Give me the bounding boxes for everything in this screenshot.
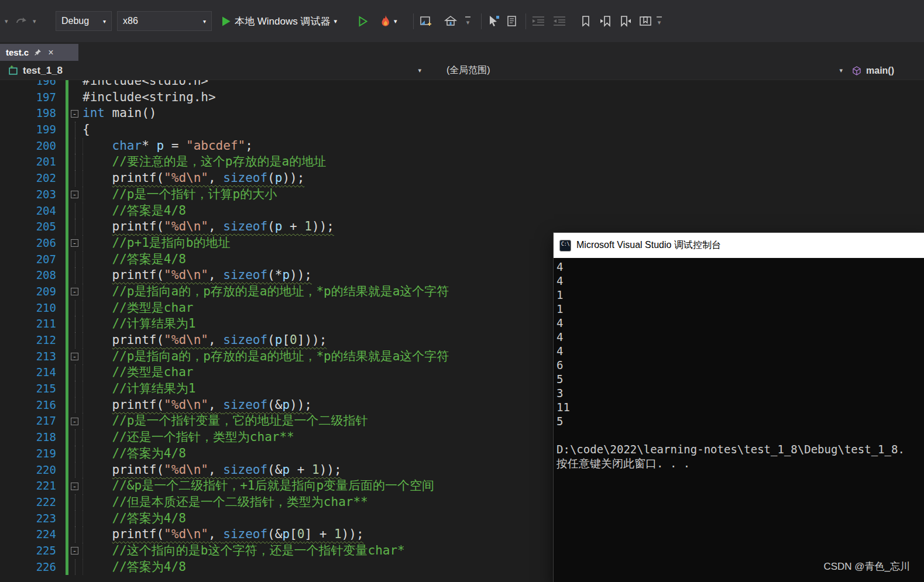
outline-margin[interactable]: - (68, 105, 83, 122)
code-text[interactable]: //类型是char (83, 364, 193, 381)
code-text[interactable]: { (83, 122, 90, 138)
code-text[interactable]: //p+1是指向b的地址 (83, 235, 230, 252)
code-text[interactable]: //计算结果为1 (83, 381, 196, 397)
collapse-minus-icon[interactable]: - (71, 288, 78, 295)
code-text[interactable]: //类型是char (83, 300, 193, 316)
start-without-debugging-button[interactable] (358, 0, 368, 42)
code-text[interactable]: //答案是4/8 (83, 203, 186, 219)
start-debugging-label: 本地 Windows 调试器 (235, 15, 330, 28)
bookmark-overflow-button[interactable]: ▾ (657, 0, 662, 42)
console-title-bar[interactable]: C:\ Microsoft Visual Studio 调试控制台 (554, 233, 924, 258)
collapse-minus-icon[interactable]: - (71, 239, 78, 247)
member-dropdown[interactable]: main() (852, 61, 922, 80)
code-text[interactable]: //p是一个指针变量，它的地址是一个二级指针 (83, 413, 368, 429)
code-line[interactable]: 203- //p是一个指针，计算p的大小 (0, 187, 924, 203)
outline-margin[interactable]: - (68, 349, 83, 365)
find-references-button[interactable] (506, 0, 518, 42)
toolbar-overflow-button[interactable]: ▾ (465, 0, 470, 42)
code-line[interactable]: 204 //答案是4/8 (0, 203, 924, 219)
debug-console-window[interactable]: C:\ Microsoft Visual Studio 调试控制台 441144… (554, 233, 924, 582)
code-text[interactable]: //但是本质还是一个二级指针，类型为char** (83, 494, 368, 511)
token: char (112, 139, 142, 153)
collapse-minus-icon[interactable]: - (71, 418, 78, 425)
next-bookmark-button[interactable] (619, 0, 632, 42)
go-to-definition-button[interactable] (487, 0, 500, 42)
performance-profiler-button[interactable]: ▾ (380, 0, 397, 42)
line-number: 198 (0, 105, 66, 122)
code-text[interactable]: #include<string.h> (83, 89, 216, 106)
project-dropdown[interactable]: test_1_8 ▾ (8, 61, 427, 80)
tab-test-c[interactable]: test.c × (0, 44, 78, 61)
code-line[interactable]: 199{ (0, 122, 924, 138)
decrease-indent-button[interactable] (531, 0, 545, 42)
code-text[interactable]: #include<stdio.h> (83, 80, 208, 89)
outline-margin[interactable]: - (68, 478, 83, 494)
token: //这个指向的是b这个字符，还是一个指针变量char* (112, 543, 405, 557)
token (83, 430, 112, 444)
solution-configurations-select[interactable]: Debug ▾ (56, 11, 112, 31)
token (83, 543, 112, 557)
code-text[interactable]: int main() (83, 105, 156, 122)
console-line: 5 (557, 372, 924, 386)
code-text[interactable]: printf("%d\n", sizeof(p + 1)); (83, 219, 334, 235)
collapse-minus-icon[interactable]: - (71, 353, 78, 360)
code-text[interactable]: //p是指向a的，p存放的是a的地址，*p的结果就是a这个字符 (83, 284, 449, 300)
redo-dropdown-chevron[interactable]: ▾ (33, 0, 36, 42)
code-line[interactable]: 198-int main() (0, 105, 924, 122)
code-text[interactable]: //答案为4/8 (83, 446, 186, 462)
undo-dropdown-chevron[interactable]: ▾ (5, 0, 8, 42)
add-item-button[interactable] (419, 0, 433, 42)
token: ] + (304, 527, 334, 541)
pin-icon[interactable] (34, 49, 42, 56)
code-text[interactable]: printf("%d\n", sizeof(p[0])); (83, 332, 327, 349)
navigation-bar: test_1_8 ▾ (全局范围) ▾ main() (0, 61, 924, 80)
previous-bookmark-button[interactable] (599, 0, 612, 42)
bookmarks-window-button[interactable] (639, 0, 652, 42)
collapse-minus-icon[interactable]: - (71, 483, 78, 490)
outline-margin (68, 511, 83, 527)
collapse-minus-icon[interactable]: - (71, 547, 78, 555)
collapse-minus-icon[interactable]: - (71, 110, 78, 118)
code-text[interactable]: //p是指向a的，p存放的是a的地址，*p的结果就是a这个字符 (83, 349, 449, 365)
token (83, 236, 112, 250)
code-line[interactable]: 200 char* p = "abcdef"; (0, 138, 924, 154)
code-text[interactable]: printf("%d\n", sizeof(p)); (83, 170, 304, 187)
code-text[interactable]: //还是一个指针，类型为char** (83, 429, 294, 446)
outline-margin (68, 526, 83, 543)
code-text[interactable]: //&p是一个二级指针，+1后就是指向p变量后面的一个空间 (83, 478, 434, 494)
outline-margin[interactable]: - (68, 543, 83, 559)
outline-margin[interactable]: - (68, 284, 83, 300)
code-text[interactable]: //要注意的是，这个p存放的是a的地址 (83, 154, 326, 170)
outline-margin[interactable]: - (68, 235, 83, 252)
outline-margin[interactable]: - (68, 413, 83, 429)
token: //还是一个指针，类型为char** (112, 430, 294, 444)
toggle-bookmark-button[interactable] (579, 0, 592, 42)
code-text[interactable]: printf("%d\n", sizeof(&p)); (83, 397, 312, 414)
code-text[interactable]: //答案是4/8 (83, 252, 186, 268)
line-number: 211 (0, 316, 66, 332)
code-text[interactable]: //计算结果为1 (83, 316, 196, 332)
increase-indent-button[interactable] (552, 0, 566, 42)
code-text[interactable]: printf("%d\n", sizeof(*p)); (83, 267, 312, 284)
code-line[interactable]: 201 //要注意的是，这个p存放的是a的地址 (0, 154, 924, 170)
code-text[interactable]: //答案为4/8 (83, 559, 186, 576)
code-text[interactable]: printf("%d\n", sizeof(&p[0] + 1)); (83, 526, 364, 543)
code-text[interactable]: //p是一个指针，计算p的大小 (83, 187, 277, 203)
code-text[interactable]: //答案为4/8 (83, 511, 186, 527)
token: (& (267, 527, 282, 541)
start-debugging-button[interactable]: 本地 Windows 调试器 ▾ (221, 0, 337, 42)
code-line[interactable]: 197#include<string.h> (0, 89, 924, 106)
redo-icon[interactable] (15, 0, 27, 42)
token (83, 527, 112, 541)
outline-margin[interactable]: - (68, 187, 83, 203)
code-line[interactable]: 202 printf("%d\n", sizeof(p)); (0, 170, 924, 187)
scope-dropdown[interactable]: (全局范围) ▾ (436, 61, 849, 80)
code-line[interactable]: 196#include<stdio.h> (0, 80, 924, 89)
code-text[interactable]: char* p = "abcdef"; (83, 138, 253, 154)
solution-platforms-select[interactable]: x86 ▾ (117, 11, 212, 31)
home-button[interactable] (444, 0, 458, 42)
code-text[interactable]: //这个指向的是b这个字符，还是一个指针变量char* (83, 543, 405, 559)
close-icon[interactable]: × (48, 47, 53, 58)
code-text[interactable]: printf("%d\n", sizeof(&p + 1)); (83, 462, 342, 478)
collapse-minus-icon[interactable]: - (71, 191, 78, 198)
